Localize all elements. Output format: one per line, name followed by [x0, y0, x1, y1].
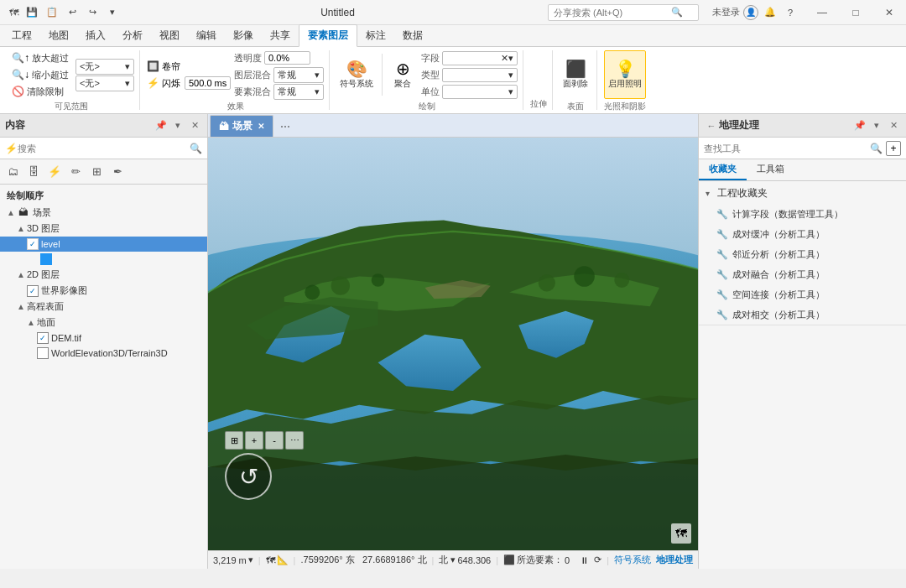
- geo-tool-spatial-join[interactable]: 🔧 空间连接（分析工具）: [699, 284, 906, 304]
- panel-menu-btn[interactable]: ▾: [170, 118, 185, 133]
- elevation-surface-group[interactable]: ▲ 高程表面: [0, 299, 207, 315]
- symbol-system-link[interactable]: 符号系统: [614, 554, 651, 566]
- tb-filter-icon[interactable]: ⚡: [45, 163, 64, 181]
- tb-db-icon[interactable]: 🗄: [24, 163, 43, 181]
- aggregate-btn[interactable]: ⊕ 聚合: [388, 50, 418, 99]
- user-avatar[interactable]: 👤: [743, 5, 758, 20]
- tab-edit[interactable]: 编辑: [188, 25, 225, 46]
- geo-pin-btn[interactable]: 📌: [852, 118, 867, 133]
- panel-close-btn[interactable]: ✕: [187, 118, 202, 133]
- clear-limit-icon: 🚫: [12, 86, 24, 97]
- nav-zoom-out[interactable]: -: [265, 431, 284, 450]
- map-icon2[interactable]: 📐: [277, 554, 289, 565]
- transparency-input[interactable]: [264, 51, 310, 65]
- content-search-bar[interactable]: ⚡ 🔍: [0, 138, 207, 159]
- geo-menu-btn[interactable]: ▾: [869, 118, 884, 133]
- help-icon[interactable]: ?: [782, 4, 799, 21]
- title-search-input[interactable]: [554, 8, 671, 18]
- map-canvas[interactable]: ⊞ + - ⋯ ↺ 🗺: [208, 138, 698, 550]
- feature-blend-select[interactable]: 常规 ▾: [273, 84, 324, 100]
- geo-search-input[interactable]: [704, 143, 867, 154]
- geo-tool-pair-intersect[interactable]: 🔧 成对相交（分析工具）: [699, 304, 906, 325]
- geo-add-btn[interactable]: +: [886, 141, 901, 156]
- world-imagery-checkbox[interactable]: ✓: [27, 285, 39, 297]
- project-favorites-header[interactable]: ▾ 工程收藏夹: [699, 183, 906, 204]
- zoom-out-select[interactable]: <无> ▾: [76, 75, 134, 91]
- qa-new[interactable]: 📋: [44, 4, 60, 21]
- geo-tool-pair-buffer[interactable]: 🔧 成对缓冲（分析工具）: [699, 224, 906, 244]
- geo-processing-link[interactable]: 地理处理: [656, 554, 693, 566]
- compass-control[interactable]: ↺: [225, 453, 272, 500]
- qa-more[interactable]: ▾: [104, 4, 121, 21]
- 3d-layers-group[interactable]: ▲ 3D 图层: [0, 221, 207, 237]
- qa-undo[interactable]: ↩: [64, 4, 81, 21]
- tab-share[interactable]: 共享: [262, 25, 299, 46]
- tab-toolbox[interactable]: 工具箱: [747, 159, 794, 180]
- geo-search-bar[interactable]: 🔍 +: [699, 138, 906, 159]
- title-search-box[interactable]: 🔍: [548, 4, 699, 21]
- tab-favorites[interactable]: 收藏夹: [699, 159, 747, 180]
- tab-data[interactable]: 数据: [394, 25, 431, 46]
- nav-zoom-in[interactable]: +: [245, 431, 263, 450]
- erase-btn[interactable]: ⬛ 面剥除: [560, 50, 591, 99]
- panel-pin-btn[interactable]: 📌: [154, 118, 169, 133]
- scale-dropdown-icon[interactable]: ▾: [248, 554, 253, 565]
- geo-tool-calc-field[interactable]: 🔧 计算字段（数据管理工具）: [699, 204, 906, 224]
- tab-label[interactable]: 标注: [357, 25, 394, 46]
- qa-save[interactable]: 💾: [23, 4, 40, 21]
- level-checkbox[interactable]: ✓: [27, 238, 39, 250]
- tb-draw-icon[interactable]: ✒: [108, 163, 127, 181]
- qa-redo[interactable]: ↪: [84, 4, 101, 21]
- notification-icon[interactable]: 🔔: [762, 4, 778, 21]
- type-select[interactable]: ▾: [442, 68, 518, 82]
- direction-dropdown[interactable]: 北 ▾: [439, 554, 456, 566]
- maximize-button[interactable]: □: [839, 0, 872, 25]
- minimap-btn[interactable]: 🗺: [671, 523, 691, 544]
- lighting-btn[interactable]: 💡 启用照明: [604, 50, 646, 99]
- field-select[interactable]: ✕ ▾: [442, 51, 518, 65]
- dem-checkbox[interactable]: ✓: [37, 332, 49, 344]
- clear-limit-btn[interactable]: 🚫 清除限制: [8, 84, 72, 99]
- zoom-in-btn[interactable]: 🔍↑ 放大超过: [8, 50, 72, 65]
- zoom-out-btn[interactable]: 🔍↓ 缩小超过: [8, 67, 72, 82]
- pause-btn[interactable]: ⏸: [580, 555, 589, 565]
- dem-layer[interactable]: ✓ DEM.tif: [0, 330, 207, 346]
- geo-back-btn[interactable]: ←: [704, 118, 719, 133]
- nav-more[interactable]: ⋯: [285, 431, 304, 450]
- terrain3d-checkbox[interactable]: [37, 347, 49, 359]
- map-icon1[interactable]: 🗺: [266, 555, 275, 565]
- 2d-layers-group[interactable]: ▲ 2D 图层: [0, 267, 207, 283]
- tb-edit-icon[interactable]: ✏: [66, 163, 85, 181]
- world-imagery-layer[interactable]: ✓ 世界影像图: [0, 283, 207, 299]
- flash-input[interactable]: [185, 76, 231, 90]
- tab-view[interactable]: 视图: [151, 25, 188, 46]
- terrain3d-layer[interactable]: WorldElevation3D/Terrain3D: [0, 346, 207, 361]
- content-search-input[interactable]: [18, 143, 190, 154]
- tab-project[interactable]: 工程: [3, 25, 40, 46]
- level-layer[interactable]: ✓ level: [0, 237, 207, 252]
- zoom-in-select[interactable]: <无> ▾: [76, 59, 134, 75]
- scene-group[interactable]: ▲ 🏔 场景: [0, 204, 207, 221]
- scene-tab[interactable]: 🏔 场景 ✕: [210, 115, 273, 137]
- minimize-button[interactable]: —: [805, 0, 839, 25]
- tab-map[interactable]: 地图: [40, 25, 77, 46]
- geo-tool-pair-dissolve[interactable]: 🔧 成对融合（分析工具）: [699, 264, 906, 284]
- symbol-system-btn[interactable]: 🎨 符号系统: [336, 50, 377, 99]
- scene-tab-close[interactable]: ✕: [258, 122, 264, 131]
- tab-insert[interactable]: 插入: [77, 25, 114, 46]
- geo-close-btn[interactable]: ✕: [886, 118, 901, 133]
- refresh-btn[interactable]: ⟳: [594, 554, 601, 565]
- tab-analysis[interactable]: 分析: [114, 25, 151, 46]
- tb-grid-icon[interactable]: ⊞: [87, 163, 106, 181]
- unit-select[interactable]: ▾: [442, 85, 518, 99]
- layer-blend-select[interactable]: 常规 ▾: [273, 67, 324, 83]
- clear-field-icon[interactable]: ✕: [501, 53, 508, 64]
- ground-group[interactable]: ▲ 地面: [0, 315, 207, 330]
- nav-full-extent[interactable]: ⊞: [225, 431, 243, 450]
- tab-feature-layer[interactable]: 要素图层: [299, 24, 357, 47]
- close-button[interactable]: ✕: [872, 0, 906, 25]
- tb-list-icon[interactable]: 🗂: [3, 163, 22, 181]
- geo-tool-near-analysis[interactable]: 🔧 邻近分析（分析工具）: [699, 244, 906, 264]
- tab-imagery[interactable]: 影像: [225, 25, 262, 46]
- map-tab-more[interactable]: ⋯: [277, 118, 294, 135]
